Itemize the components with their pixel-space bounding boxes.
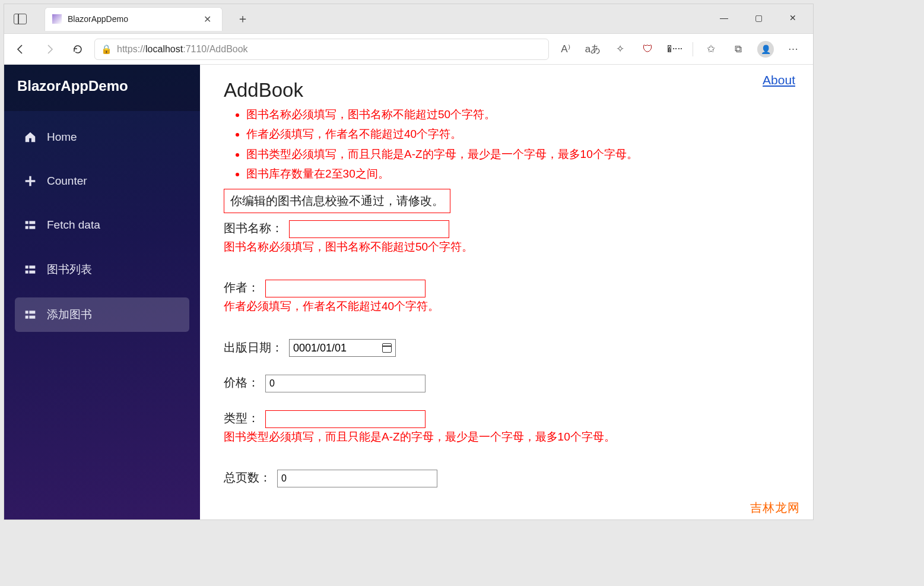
reload-button[interactable] [66,37,90,61]
svg-rect-5 [29,226,35,229]
field-type-label: 类型： [224,410,259,426]
svg-rect-8 [26,271,28,274]
profile-icon[interactable]: 👤 [754,37,777,61]
field-author-error: 作者必须填写，作者名不能超过40个字符。 [224,299,795,314]
field-type-error: 图书类型必须填写，而且只能是A-Z的字母，最少是一个字母，最多10个字母。 [224,429,795,445]
validation-error-item: 图书名称必须填写，图书名称不能超过50个字符。 [246,105,795,123]
svg-rect-11 [29,311,35,313]
address-bar: 🔒 https://localhost:7110/AddBook A⁾ aあ ✧… [4,34,813,65]
svg-rect-12 [26,316,28,319]
browser-tab[interactable]: BlazorAppDemo ✕ [45,7,223,31]
window-controls: — ▢ ✕ [707,8,809,28]
page-viewport: BlazorAppDemo Home Counter Fetch data 图书… [4,65,813,520]
divider [693,42,693,56]
validation-error-item: 图书库存数量在2至30之间。 [246,164,795,183]
minimize-button[interactable]: — [707,8,741,28]
sidebar-item-addbook[interactable]: 添加图书 [15,297,189,332]
svg-rect-9 [29,271,35,274]
svg-rect-2 [26,221,28,224]
field-price-row: 价格： [224,375,795,392]
svg-rect-1 [26,180,36,182]
field-price-input[interactable] [265,375,426,392]
svg-rect-13 [29,316,35,319]
validation-summary-box: 你编辑的图书信息校验不通过，请修改。 [224,189,450,213]
list-icon [23,308,37,322]
sidebar-item-home[interactable]: Home [15,121,189,154]
panel-toggle-icon[interactable] [14,14,27,24]
sidebar-item-label: Counter [47,175,87,188]
field-date-label: 出版日期： [224,340,283,356]
field-pages-label: 总页数： [224,470,271,486]
plus-icon [23,174,37,188]
field-name-error: 图书名称必须填写，图书名称不能超过50个字符。 [224,239,795,255]
list-icon [23,218,37,232]
sidebar-item-label: 图书列表 [47,262,92,277]
watermark-text: 吉林龙网 [750,500,800,516]
nav-list: Home Counter Fetch data 图书列表 添加图书 [4,111,200,341]
validation-error-item: 作者必须填写，作者名不能超过40个字符。 [246,125,795,143]
field-name-label: 图书名称： [224,220,283,236]
sidebar-item-fetchdata[interactable]: Fetch data [15,208,189,242]
field-price-label: 价格： [224,375,259,391]
field-date-input[interactable]: 0001/01/01 [289,339,396,357]
toolbar-icons: A⁾ aあ ✧ 🛡 �᠁ ✩ ⧉ 👤 ⋯ [554,37,808,61]
calendar-icon[interactable] [382,343,392,353]
window-close-button[interactable]: ✕ [776,8,809,28]
sidebar-item-label: Home [47,131,77,144]
field-pages-row: 总页数： [224,470,795,487]
main-content: About AddBook 图书名称必须填写，图书名称不能超过50个字符。 作者… [200,65,813,520]
maximize-button[interactable]: ▢ [742,8,775,28]
about-link[interactable]: About [763,73,795,87]
favorites-bar-icon[interactable]: ✩ [699,37,723,61]
tab-close-icon[interactable]: ✕ [200,12,215,26]
page-title: AddBook [224,79,795,102]
sidebar: BlazorAppDemo Home Counter Fetch data 图书… [4,65,200,520]
title-bar: BlazorAppDemo ✕ ＋ — ▢ ✕ [4,4,813,34]
list-icon [23,262,37,277]
sidebar-item-counter[interactable]: Counter [15,164,189,198]
svg-rect-7 [29,265,35,268]
field-author-label: 作者： [224,280,259,296]
extensions-icon[interactable]: �᠁ [663,37,687,61]
svg-rect-4 [26,226,28,229]
title-left: BlazorAppDemo ✕ ＋ [4,7,257,31]
field-author-input[interactable] [265,280,426,297]
field-type-input[interactable] [265,410,426,428]
sidebar-item-label: Fetch data [47,218,100,232]
sidebar-item-label: 添加图书 [47,307,92,322]
forward-button[interactable] [37,37,61,61]
svg-rect-3 [29,221,35,224]
svg-rect-6 [26,265,28,268]
field-pages-input[interactable] [277,470,437,487]
field-author-row: 作者： [224,280,795,297]
browser-window: BlazorAppDemo ✕ ＋ — ▢ ✕ 🔒 https://localh… [4,4,814,520]
validation-error-item: 图书类型必须填写，而且只能是A-Z的字母，最少是一个字母，最多10个字母。 [246,145,795,163]
url-text: https://localhost:7110/AddBook [117,44,248,55]
new-tab-button[interactable]: ＋ [228,11,257,27]
back-button[interactable] [9,37,33,61]
lock-icon: 🔒 [101,44,112,55]
field-type-row: 类型： [224,410,795,428]
validation-summary-list: 图书名称必须填写，图书名称不能超过50个字符。 作者必须填写，作者名不能超过40… [246,105,795,183]
svg-rect-10 [26,311,28,313]
tab-favicon-icon [52,14,62,24]
read-aloud-icon[interactable]: A⁾ [554,37,577,61]
brand-title[interactable]: BlazorAppDemo [4,65,200,111]
field-name-row: 图书名称： [224,220,795,238]
sidebar-item-booklist[interactable]: 图书列表 [15,252,189,287]
collections-icon[interactable]: ⧉ [726,37,750,61]
tab-title: BlazorAppDemo [68,14,194,24]
url-input[interactable]: 🔒 https://localhost:7110/AddBook [94,39,549,60]
home-icon [23,130,37,144]
menu-icon[interactable]: ⋯ [781,37,805,61]
field-name-input[interactable] [289,220,449,238]
favorite-icon[interactable]: ✧ [608,37,632,61]
adblock-icon[interactable]: 🛡 [636,37,659,61]
date-value: 0001/01/01 [293,342,347,354]
field-date-row: 出版日期： 0001/01/01 [224,339,795,357]
translate-icon[interactable]: aあ [581,37,605,61]
